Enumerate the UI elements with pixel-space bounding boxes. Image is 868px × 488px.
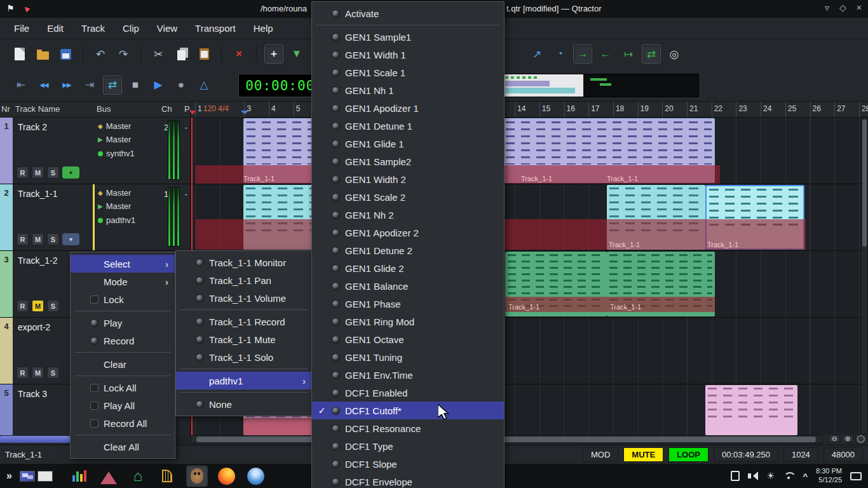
new-file-icon[interactable] [10, 44, 29, 64]
plugin-active-led[interactable] [98, 218, 103, 223]
shade-icon[interactable]: ▿ [825, 3, 829, 13]
menu-item-gen1-nh-1[interactable]: GEN1 Nh 1 [312, 81, 504, 99]
menu-item-track-1-1-monitor[interactable]: Track_1-1 Monitor [176, 254, 312, 271]
mute-button[interactable]: M [32, 367, 44, 379]
menu-item-gen1-scale-1[interactable]: GEN1 Scale 1 [312, 64, 504, 81]
menu-item-track-1-1-pan[interactable]: Track_1-1 Pan [176, 271, 312, 289]
plugin-active-led[interactable] [98, 151, 103, 156]
menu-item-track-1-1-volume[interactable]: Track_1-1 Volume [176, 289, 312, 307]
menu-item-track-1-1-mute[interactable]: Track_1-1 Mute [176, 330, 312, 348]
solo-button[interactable]: S [47, 233, 59, 245]
menu-item-lock[interactable]: Lock [71, 290, 175, 308]
menu-item-dcf1-slope[interactable]: DCF1 Slope [312, 455, 504, 473]
close-icon[interactable]: × [857, 3, 862, 13]
record-icon[interactable]: ● [172, 76, 191, 95]
menu-transport[interactable]: Transport [186, 19, 245, 37]
copy-icon[interactable] [172, 44, 191, 64]
timeline-hscrollbar[interactable] [191, 435, 823, 444]
tempo-marker[interactable]: 120 4/4 [203, 104, 229, 113]
menu-item-dcf1-cutoff[interactable]: ✓DCF1 Cutoff* [312, 402, 504, 419]
vscroll-thumb[interactable] [862, 119, 867, 247]
menu-help[interactable]: Help [245, 19, 282, 37]
cut-icon[interactable]: ✂ [149, 44, 168, 64]
open-file-icon[interactable] [33, 44, 52, 64]
automation-dropdown-button[interactable]: ▾ [62, 233, 79, 245]
app-mountain-icon[interactable] [98, 466, 119, 486]
pin-icon[interactable]: ⚑ [6, 3, 15, 13]
mute-button[interactable]: M [32, 166, 44, 179]
paste-icon[interactable] [194, 44, 214, 64]
volume-icon[interactable] [748, 471, 758, 480]
menu-item-play[interactable]: Play [71, 314, 175, 332]
app-harp-icon[interactable] [157, 466, 177, 486]
menu-item-clear[interactable]: Clear [71, 355, 175, 373]
automation-dropdown-button[interactable]: ▾ [62, 166, 79, 179]
menu-item-none[interactable]: None [176, 395, 312, 413]
hscroll-thumb[interactable] [196, 437, 816, 442]
solo-button[interactable]: S [47, 367, 59, 379]
taskbar-menu-icon[interactable]: » [6, 470, 12, 482]
menu-item-padthv1[interactable]: padthv1› [176, 372, 312, 390]
menu-item-dcf1-resonance[interactable]: DCF1 Resonance [312, 419, 504, 437]
menu-item-gen1-detune-2[interactable]: GEN1 Detune 2 [312, 241, 504, 259]
menu-item-gen1-width-1[interactable]: GEN1 Width 1 [312, 46, 504, 64]
fast-forward-icon[interactable]: ▶▶ [57, 76, 76, 95]
menu-item-activate[interactable]: Activate [312, 4, 504, 22]
menu-view[interactable]: View [148, 19, 186, 37]
stop-icon[interactable]: ■ [126, 76, 145, 95]
session-overview[interactable] [501, 74, 699, 97]
wifi-icon[interactable] [783, 472, 794, 480]
menu-item-dcf1-type[interactable]: DCF1 Type [312, 437, 504, 455]
menu-item-gen1-glide-2[interactable]: GEN1 Glide 2 [312, 259, 504, 277]
menu-file[interactable]: File [5, 19, 38, 37]
menu-item-gen1-nh-2[interactable]: GEN1 Nh 2 [312, 206, 504, 224]
zoom-reset-icon[interactable]: ◯ [855, 435, 867, 443]
taskbar-clock[interactable]: 8:30 PM 5/12/25 [816, 467, 842, 485]
menu-item-gen1-glide-1[interactable]: GEN1 Glide 1 [312, 135, 504, 152]
record-button[interactable]: R [17, 233, 29, 245]
app-home-icon[interactable]: ⌂ [128, 466, 148, 486]
screenshot-icon[interactable] [731, 471, 740, 481]
menu-item-gen1-width-2[interactable]: GEN1 Width 2 [312, 170, 504, 188]
menu-item-dcf1-enabled[interactable]: DCF1 Enabled [312, 384, 504, 402]
go-start-icon[interactable]: ⇤ [11, 76, 31, 95]
play-icon[interactable]: ▶ [149, 76, 168, 95]
brightness-icon[interactable]: ☀ [766, 470, 775, 482]
mute-button[interactable]: M [32, 300, 44, 312]
midi-clip[interactable] [705, 385, 797, 435]
app-firefox-icon[interactable] [217, 466, 237, 486]
menu-track[interactable]: Track [72, 19, 114, 37]
menu-item-gen1-ring-mod[interactable]: GEN1 Ring Mod [312, 313, 504, 330]
caret-icon[interactable]: ^ [803, 471, 808, 481]
menu-item-record[interactable]: Record [71, 332, 175, 349]
menu-item-track-1-1-record[interactable]: Track_1-1 Record [176, 313, 312, 330]
app-web-icon[interactable] [246, 466, 266, 486]
follow-playhead-icon[interactable]: ↗ [527, 44, 546, 64]
panic-icon[interactable]: ◎ [665, 44, 684, 64]
menu-item-gen1-detune-1[interactable]: GEN1 Detune 1 [312, 117, 504, 135]
loop-icon[interactable]: ⇄ [642, 44, 661, 64]
menu-item-gen1-apodizer-2[interactable]: GEN1 Apodizer 2 [312, 224, 504, 241]
track-row-track-2[interactable]: 1Track 2◆Master▶Mastersynthv12-RMS▾ [0, 118, 190, 184]
workspace-2[interactable] [37, 471, 53, 482]
menu-item-gen1-phase[interactable]: GEN1 Phase [312, 295, 504, 313]
punch-out-icon[interactable]: ← [596, 44, 615, 64]
tracklist-hscrollbar[interactable] [0, 436, 70, 443]
menu-item-gen1-env-time[interactable]: GEN1 Env.Time [312, 366, 504, 384]
rewind-icon[interactable]: ◀◀ [34, 76, 53, 95]
loop-set-icon[interactable]: ↦ [619, 44, 638, 64]
workspace-1[interactable] [20, 471, 35, 482]
metronome-icon[interactable]: △ [194, 76, 214, 95]
menu-item-play-all[interactable]: Play All [71, 396, 175, 414]
track-row-track-1-1[interactable]: 2Track_1-1◆Master▶Masterpadthv11-RMS▾ [0, 184, 190, 251]
solo-button[interactable]: S [47, 300, 59, 312]
punch-in-icon[interactable]: → [573, 44, 592, 64]
menu-item-mode[interactable]: Mode› [71, 273, 175, 290]
menu-item-gen1-balance[interactable]: GEN1 Balance [312, 277, 504, 295]
delete-icon[interactable]: × [229, 44, 248, 64]
save-file-icon[interactable] [56, 44, 75, 64]
record-button[interactable]: R [17, 166, 29, 179]
menu-item-gen1-octave[interactable]: GEN1 Octave [312, 330, 504, 348]
record-button[interactable]: R [17, 300, 29, 312]
auto-backward-icon[interactable]: ◔ [550, 44, 569, 64]
